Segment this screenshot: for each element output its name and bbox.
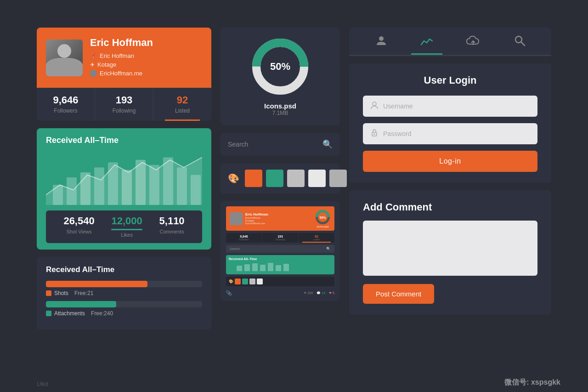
chart-area	[46, 150, 202, 205]
svg-rect-21	[268, 263, 273, 271]
lock-icon	[370, 129, 379, 139]
profile-info: Eric Hoffman 📍 Eric Hoffman ✈ Kotage 🌐 E…	[90, 37, 153, 79]
svg-rect-10	[177, 167, 187, 205]
plane-icon: ✈	[90, 62, 95, 68]
tab-chart[interactable]	[411, 35, 442, 48]
color-swatch-teal[interactable]	[266, 170, 283, 187]
attachments-free: Free:240	[90, 310, 113, 317]
app-label: Ulkit	[37, 381, 48, 387]
svg-line-27	[521, 42, 525, 45]
post-comment-button[interactable]: Post Comment	[363, 284, 434, 304]
color-swatch-light[interactable]	[308, 170, 326, 187]
svg-rect-5	[108, 162, 118, 205]
globe-icon: 🌐	[90, 70, 97, 77]
comment-textarea[interactable]	[363, 221, 537, 276]
attachments-legend-dot	[46, 311, 51, 316]
file-size: 7.1MB	[272, 110, 288, 116]
donut-percent: 50%	[270, 61, 290, 73]
svg-rect-3	[80, 172, 90, 205]
svg-rect-11	[191, 175, 201, 205]
right-column: User Login	[349, 28, 551, 374]
chart-tab-icon	[420, 35, 433, 48]
left-column: Eric Hoffman 📍 Eric Hoffman ✈ Kotage 🌐 E…	[37, 28, 211, 374]
svg-rect-23	[283, 264, 289, 271]
stats-numbers: 26,540 Shot Views 12,000 Likes 5,110 Com…	[46, 210, 202, 243]
color-swatch-orange[interactable]	[245, 170, 262, 187]
cloud-tab-icon	[466, 35, 481, 49]
donut-card: 50% Icons.psd 7.1MB	[220, 28, 340, 125]
svg-rect-2	[67, 177, 77, 205]
stats-chart-card: Received All–Time	[37, 128, 211, 250]
username-icon	[370, 101, 379, 111]
search-icon[interactable]: 🔍	[322, 139, 333, 149]
login-card: User Login	[349, 63, 551, 183]
profile-stats: 9,646 Followers 193 Following 92 Listed	[37, 88, 211, 121]
tab-cloud[interactable]	[457, 35, 490, 49]
svg-rect-19	[252, 263, 258, 271]
watermark: 微信号: xspsgkk	[504, 378, 560, 387]
svg-rect-18	[244, 264, 250, 271]
profile-location: 📍 Eric Hoffman	[90, 52, 153, 59]
svg-rect-20	[260, 265, 266, 271]
profile-header: Eric Hoffman 📍 Eric Hoffman ✈ Kotage 🌐 E…	[37, 28, 211, 88]
stat-listed: 92 Listed	[153, 88, 211, 121]
stats-chart-title: Received All–Time	[46, 136, 202, 145]
shots-free: Free:21	[73, 290, 94, 296]
avatar	[46, 40, 83, 76]
color-swatch-mid[interactable]	[329, 170, 347, 187]
stat-likes: 12,000 Likes	[111, 215, 142, 239]
attachments-progress: Attachments Free:240	[46, 301, 202, 317]
svg-rect-1	[53, 185, 63, 205]
password-input-group	[363, 123, 537, 144]
mini-profile-name: Eric Hoffman	[245, 212, 268, 216]
svg-rect-22	[276, 265, 281, 271]
comment-card: Add Comment Post Comment	[349, 190, 551, 315]
profile-name: Eric Hoffman	[90, 37, 153, 49]
profile-card: Eric Hoffman 📍 Eric Hoffman ✈ Kotage 🌐 E…	[37, 28, 211, 121]
stat-comments: 5,110 Comments	[159, 215, 185, 239]
tabs-bar	[349, 28, 551, 56]
login-button[interactable]: Log-in	[363, 151, 537, 172]
comment-title: Add Comment	[363, 201, 537, 213]
svg-rect-8	[149, 165, 159, 205]
svg-rect-7	[136, 160, 146, 205]
svg-rect-9	[163, 157, 173, 205]
donut-chart: 50%	[250, 37, 310, 97]
login-title: User Login	[363, 74, 537, 86]
profile-website: 🌐 EricHoffman.me	[90, 70, 153, 77]
progress-card: Received All–Time Shots Free:21 Attachme…	[37, 257, 211, 330]
middle-column: 50% Icons.psd 7.1MB 🔍 🎨 Eric Hoffma	[220, 28, 340, 374]
mini-preview-card: Eric Hoffman EricHoffman Kotage EricHoff…	[220, 201, 340, 301]
stat-following: 193 Following	[95, 88, 153, 121]
username-input[interactable]	[383, 102, 530, 110]
svg-rect-4	[94, 167, 104, 205]
search-input[interactable]	[228, 141, 318, 148]
svg-rect-6	[122, 170, 132, 205]
color-swatch-gray[interactable]	[287, 170, 305, 187]
mini-attachment-icon: 📎	[226, 290, 232, 295]
tab-user[interactable]	[366, 34, 397, 50]
search-card[interactable]: 🔍	[220, 133, 340, 156]
profile-company: ✈ Kotage	[90, 61, 153, 68]
shots-legend-dot	[46, 290, 51, 296]
shots-label: Shots	[54, 290, 68, 296]
attachments-label: Attachments	[54, 310, 85, 317]
tab-search[interactable]	[504, 34, 535, 50]
svg-point-30	[374, 134, 375, 135]
password-input[interactable]	[383, 130, 530, 137]
svg-point-28	[373, 102, 376, 106]
stat-shot-views: 26,540 Shot Views	[63, 215, 94, 239]
file-name: Icons.psd	[264, 102, 296, 110]
palette-icon: 🎨	[228, 173, 239, 184]
stat-followers: 9,646 Followers	[37, 88, 95, 121]
svg-rect-17	[237, 266, 242, 271]
username-input-group	[363, 96, 537, 117]
svg-point-24	[379, 36, 384, 41]
shots-progress: Shots Free:21	[46, 281, 202, 296]
location-icon: 📍	[90, 53, 97, 59]
progress-title: Received All–Time	[46, 265, 202, 274]
user-tab-icon	[375, 34, 388, 50]
search-tab-icon	[513, 34, 526, 50]
palette-card: 🎨	[220, 163, 340, 193]
